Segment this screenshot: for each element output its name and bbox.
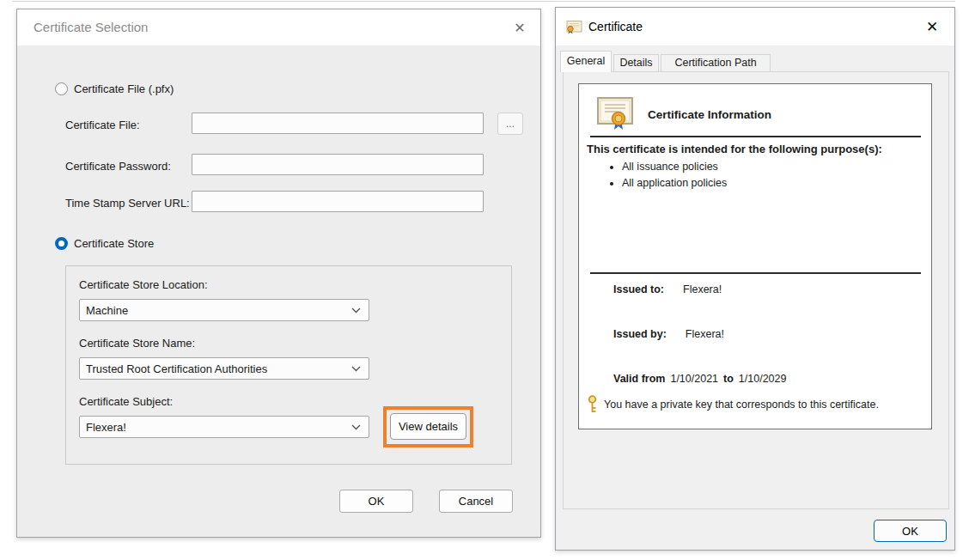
issued-to-value: Flexera! bbox=[683, 283, 722, 295]
view-details-button[interactable]: View details bbox=[390, 413, 466, 440]
dropdown-value: Flexera! bbox=[86, 421, 126, 434]
title-bar: Certificate Selection ✕ bbox=[17, 9, 540, 46]
certificate-password-label: Certificate Password: bbox=[65, 160, 171, 173]
tab-details[interactable]: Details bbox=[613, 54, 659, 72]
issued-to-row: Issued to:Flexera! bbox=[613, 283, 722, 295]
tab-general[interactable]: General bbox=[560, 51, 612, 72]
certificate-subject-dropdown[interactable]: Flexera! bbox=[79, 416, 369, 438]
issued-by-value: Flexera! bbox=[686, 328, 724, 340]
valid-to-date: 1/10/2029 bbox=[739, 373, 787, 385]
close-icon[interactable]: ✕ bbox=[511, 20, 528, 37]
chevron-down-icon bbox=[351, 366, 361, 372]
purpose-item: All application policies bbox=[622, 177, 727, 189]
divider bbox=[590, 272, 921, 274]
tab-certification-path[interactable]: Certification Path bbox=[661, 54, 771, 72]
dialog-title: Certificate Selection bbox=[34, 9, 148, 46]
dialog-title: Certificate bbox=[588, 8, 643, 46]
certificate-subject-label: Certificate Subject: bbox=[79, 395, 173, 408]
browse-button[interactable]: ... bbox=[497, 113, 523, 135]
divider bbox=[590, 136, 921, 137]
store-name-dropdown[interactable]: Trusted Root Certification Authorities bbox=[79, 357, 369, 380]
certificate-selection-dialog: Certificate Selection ✕ Certificate File… bbox=[16, 9, 541, 538]
certificate-information-heading: Certificate Information bbox=[648, 108, 771, 121]
purpose-heading: This certificate is intended for the fol… bbox=[587, 143, 882, 155]
certificate-info-panel: Certificate Information This certificate… bbox=[578, 83, 932, 429]
certificate-icon bbox=[566, 20, 582, 34]
ok-button[interactable]: OK bbox=[874, 520, 947, 542]
radio-certificate-file[interactable]: Certificate File (.pfx) bbox=[55, 81, 174, 96]
private-key-row: You have a private key that corresponds … bbox=[587, 395, 879, 413]
valid-to-label: to bbox=[723, 373, 734, 385]
store-name-label: Certificate Store Name: bbox=[79, 337, 195, 350]
title-bar: Certificate ✕ bbox=[556, 8, 954, 46]
radio-label: Certificate File (.pfx) bbox=[74, 82, 174, 95]
private-key-note: You have a private key that corresponds … bbox=[604, 399, 879, 411]
store-location-label: Certificate Store Location: bbox=[79, 278, 208, 291]
certificate-dialog: Certificate ✕ General Details Certificat… bbox=[555, 7, 955, 551]
dropdown-value: Machine bbox=[86, 304, 128, 317]
dropdown-value: Trusted Root Certification Authorities bbox=[86, 362, 267, 375]
radio-certificate-store[interactable]: Certificate Store bbox=[55, 235, 154, 251]
time-stamp-url-input[interactable] bbox=[192, 191, 484, 212]
certificate-file-input[interactable] bbox=[192, 113, 484, 134]
chevron-down-icon bbox=[351, 424, 361, 430]
certificate-store-group: Certificate Store Location: Machine Cert… bbox=[65, 265, 512, 465]
radio-selected-icon[interactable] bbox=[55, 237, 68, 250]
certificate-large-icon bbox=[596, 96, 635, 131]
validity-row: Valid from1/10/2021to1/10/2029 bbox=[613, 373, 791, 385]
cancel-button[interactable]: Cancel bbox=[439, 490, 513, 513]
valid-from-date: 1/10/2021 bbox=[670, 373, 718, 385]
purpose-item: All issuance policies bbox=[622, 161, 727, 173]
chevron-down-icon bbox=[351, 307, 361, 313]
issued-by-row: Issued by:Flexera! bbox=[613, 328, 724, 340]
issued-to-label: Issued to: bbox=[613, 283, 664, 295]
ok-button[interactable]: OK bbox=[339, 490, 413, 513]
purpose-list: All issuance policies All application po… bbox=[622, 161, 727, 193]
valid-from-label: Valid from bbox=[613, 373, 665, 385]
radio-label: Certificate Store bbox=[74, 237, 154, 250]
certificate-password-input[interactable] bbox=[192, 154, 484, 175]
time-stamp-url-label: Time Stamp Server URL: bbox=[65, 197, 190, 210]
private-key-icon bbox=[587, 395, 598, 413]
certificate-file-label: Certificate File: bbox=[65, 119, 140, 131]
radio-unselected-icon[interactable] bbox=[55, 82, 68, 95]
store-location-dropdown[interactable]: Machine bbox=[79, 299, 369, 321]
background-window-edge bbox=[12, 1, 955, 2]
close-icon[interactable]: ✕ bbox=[923, 19, 941, 36]
issued-by-label: Issued by: bbox=[613, 328, 667, 340]
